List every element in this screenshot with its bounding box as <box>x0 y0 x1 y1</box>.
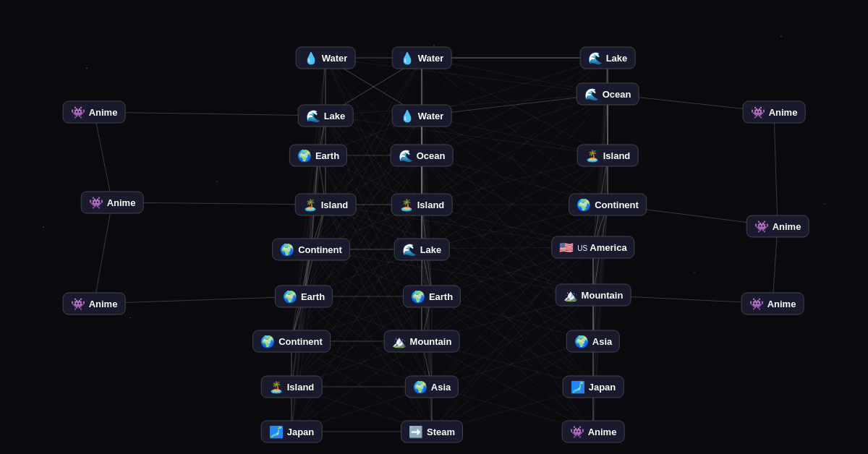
node-label: Anime <box>767 299 796 309</box>
node-label: US America <box>577 242 626 253</box>
node-label: Water <box>322 53 348 64</box>
anime-icon: 👾 <box>71 106 85 119</box>
node-island[interactable]: 🏝️Island <box>295 194 357 216</box>
node-anime[interactable]: 👾Anime <box>562 421 625 443</box>
node-anime[interactable]: 👾Anime <box>743 101 806 124</box>
node-label: Anime <box>588 427 617 437</box>
node-label: Anime <box>89 107 118 118</box>
node-anime[interactable]: 👾Anime <box>741 293 804 315</box>
island-icon: 🏝️ <box>303 198 318 212</box>
asia-icon: 🌍 <box>413 380 427 394</box>
anime-icon: 👾 <box>749 297 764 311</box>
node-earth[interactable]: 🌍Earth <box>275 286 333 308</box>
node-lake[interactable]: 🌊Lake <box>298 105 354 127</box>
node-america[interactable]: 🇺🇸US America <box>551 236 634 259</box>
node-label: Anime <box>89 299 118 309</box>
earth-icon: 🌍 <box>297 149 312 163</box>
mountain-icon: 🏔️ <box>392 335 407 348</box>
node-label: Continent <box>595 200 639 210</box>
lake-icon: 🌊 <box>402 243 417 257</box>
node-mountain[interactable]: 🏔️Mountain <box>384 330 460 353</box>
node-label: Asia <box>431 382 451 393</box>
node-label: Island <box>287 382 315 393</box>
node-continent[interactable]: 🌍Continent <box>252 330 331 353</box>
node-anime[interactable]: 👾Anime <box>81 192 144 214</box>
node-anime[interactable]: 👾Anime <box>746 215 809 238</box>
node-label: Ocean <box>603 89 631 100</box>
continent-icon: 🌍 <box>576 198 591 212</box>
node-water[interactable]: 💧Water <box>296 47 356 69</box>
lake-icon: 🌊 <box>306 109 320 123</box>
continent-icon: 🌍 <box>260 335 275 348</box>
node-anime[interactable]: 👾Anime <box>63 293 126 315</box>
island-icon: 🏝️ <box>269 380 284 394</box>
water-icon: 💧 <box>304 51 318 65</box>
node-continent[interactable]: 🌍Continent <box>272 239 350 261</box>
node-water[interactable]: 💧Water <box>392 105 452 127</box>
node-label: Anime <box>769 107 798 118</box>
node-asia[interactable]: 🌍Asia <box>566 330 620 353</box>
node-label: Steam <box>427 427 455 437</box>
node-label: Earth <box>429 291 453 302</box>
anime-icon: 👾 <box>754 220 769 234</box>
mountain-icon: 🏔️ <box>563 288 578 302</box>
lake-icon: 🌊 <box>588 51 603 65</box>
node-ocean[interactable]: 🌊Ocean <box>576 83 639 106</box>
anime-icon: 👾 <box>570 425 584 439</box>
node-japan[interactable]: 🗾Japan <box>563 376 624 398</box>
node-earth[interactable]: 🌍Earth <box>403 286 461 308</box>
island-icon: 🏝️ <box>585 149 600 163</box>
node-label: Asia <box>592 336 612 347</box>
node-label: Water <box>418 111 444 121</box>
anime-icon: 👾 <box>71 297 85 311</box>
island-icon: 🏝️ <box>399 198 414 212</box>
node-ocean[interactable]: 🌊Ocean <box>391 145 454 167</box>
node-label: Japan <box>589 382 616 393</box>
node-label: Mountain <box>410 336 452 347</box>
steam-icon: ➡️ <box>409 425 423 439</box>
node-label: Anime <box>773 221 801 232</box>
node-mountain[interactable]: 🏔️Mountain <box>556 284 631 307</box>
continent-icon: 🌍 <box>280 243 294 257</box>
ocean-icon: 🌊 <box>399 149 413 163</box>
node-label: Mountain <box>582 290 624 301</box>
node-label: Japan <box>287 427 315 437</box>
node-label: Island <box>603 150 631 161</box>
node-label: Island <box>321 200 349 210</box>
node-steam[interactable]: ➡️Steam <box>401 421 463 443</box>
node-continent[interactable]: 🌍Continent <box>569 194 647 216</box>
japan-icon: 🗾 <box>571 380 585 394</box>
node-label: Earth <box>315 150 339 161</box>
node-label: Lake <box>324 111 346 121</box>
node-earth[interactable]: 🌍Earth <box>289 145 347 167</box>
anime-icon: 👾 <box>751 106 765 119</box>
water-icon: 💧 <box>400 51 414 65</box>
node-lake[interactable]: 🌊Lake <box>580 47 636 69</box>
ocean-icon: 🌊 <box>584 87 599 101</box>
node-label: Island <box>417 200 445 210</box>
japan-icon: 🗾 <box>269 425 284 439</box>
node-island[interactable]: 🏝️Island <box>391 194 453 216</box>
earth-icon: 🌍 <box>411 290 425 304</box>
node-japan[interactable]: 🗾Japan <box>261 421 323 443</box>
node-label: Lake <box>420 244 442 255</box>
node-label: Earth <box>301 291 325 302</box>
earth-icon: 🌍 <box>283 290 297 304</box>
node-water[interactable]: 💧Water <box>392 47 452 69</box>
node-anime[interactable]: 👾Anime <box>63 101 126 124</box>
node-asia[interactable]: 🌍Asia <box>405 376 459 398</box>
america-icon: 🇺🇸 <box>559 241 574 254</box>
node-island[interactable]: 🏝️Island <box>577 145 639 167</box>
node-label: Anime <box>107 197 136 208</box>
node-island[interactable]: 🏝️Island <box>261 376 323 398</box>
node-label: Lake <box>606 53 628 64</box>
node-label: Ocean <box>417 150 446 161</box>
node-label: Water <box>418 53 444 64</box>
nodes-container: 💧Water💧Water🌊Lake👾Anime🌊Lake💧Water🌊Ocean… <box>0 0 868 454</box>
node-label: Continent <box>298 244 342 255</box>
node-lake[interactable]: 🌊Lake <box>394 239 450 261</box>
anime-icon: 👾 <box>89 196 103 210</box>
node-label: Continent <box>278 336 323 347</box>
water-icon: 💧 <box>400 109 414 123</box>
asia-icon: 🌍 <box>574 335 589 348</box>
